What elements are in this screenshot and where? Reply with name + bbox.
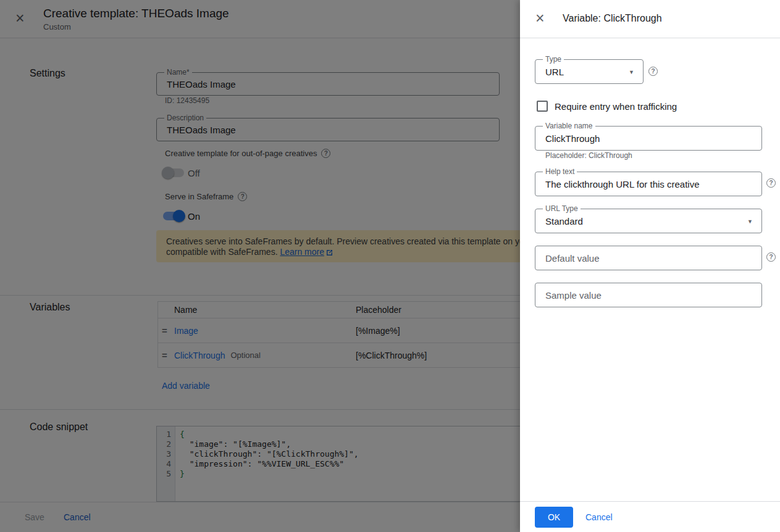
- caret-down-icon: ▼: [629, 69, 634, 75]
- panel-header: × Variable: ClickThrough: [520, 0, 780, 38]
- url-type-select[interactable]: URL Type Standard ▼: [535, 209, 762, 233]
- type-select-label: Type: [543, 56, 564, 64]
- caret-down-icon: ▼: [747, 218, 753, 225]
- panel-footer-bar: OK Cancel: [520, 501, 780, 532]
- type-select[interactable]: Type URL ▼: [535, 59, 644, 84]
- app-window: × Creative template: THEOads Image Custo…: [0, 0, 780, 532]
- variable-name-value: ClickThrough: [545, 133, 600, 144]
- default-value-placeholder: Default value: [545, 253, 600, 264]
- ok-button[interactable]: OK: [535, 507, 573, 528]
- placeholder-helper-text: Placeholder: ClickThrough: [545, 151, 632, 160]
- variable-panel: × Variable: ClickThrough Type URL ▼ ? Re…: [520, 0, 780, 532]
- panel-close-icon[interactable]: ×: [535, 11, 545, 25]
- require-entry-label: Require entry when trafficking: [555, 101, 677, 112]
- help-icon[interactable]: ?: [648, 67, 658, 76]
- variable-name-label: Variable name: [543, 122, 595, 130]
- help-icon[interactable]: ?: [766, 178, 776, 188]
- panel-cancel-button[interactable]: Cancel: [585, 512, 613, 522]
- help-text-input[interactable]: Help text The clickthrough URL for this …: [535, 172, 762, 196]
- default-value-input[interactable]: Default value: [535, 246, 762, 270]
- help-icon[interactable]: ?: [766, 252, 776, 262]
- variable-name-input[interactable]: Variable name ClickThrough: [535, 126, 762, 151]
- sample-value-input[interactable]: Sample value: [535, 283, 762, 307]
- require-entry-checkbox[interactable]: [537, 101, 548, 112]
- type-select-value: URL: [545, 67, 564, 77]
- help-text-value: The clickthrough URL for this creative: [545, 179, 700, 189]
- url-type-value: Standard: [545, 216, 583, 227]
- help-text-label: Help text: [543, 168, 577, 176]
- panel-title: Variable: ClickThrough: [563, 13, 662, 24]
- sample-value-placeholder: Sample value: [545, 290, 602, 301]
- url-type-label: URL Type: [543, 205, 581, 213]
